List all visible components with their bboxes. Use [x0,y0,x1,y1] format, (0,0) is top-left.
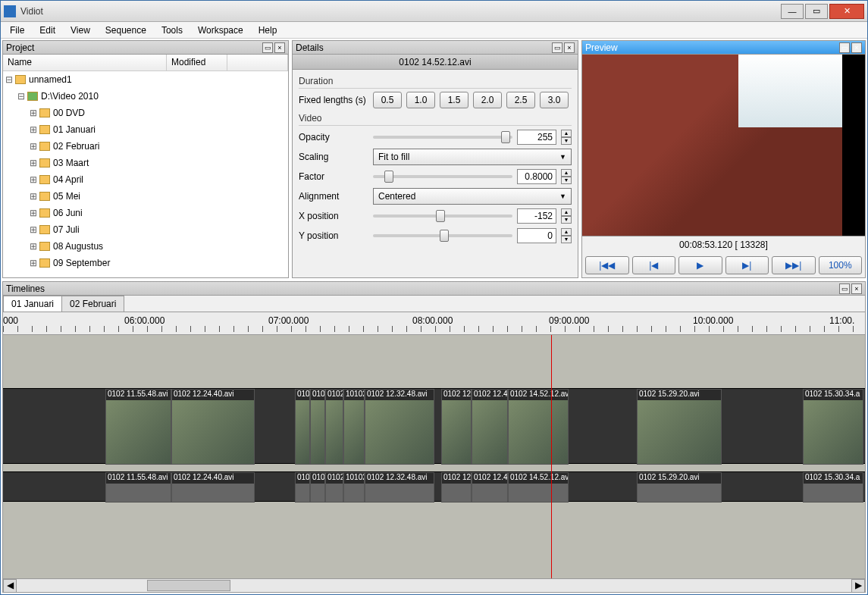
xpos-value[interactable]: -152 [517,208,556,224]
ypos-spinner[interactable]: ▲▼ [561,228,572,243]
tree-drive[interactable]: ⊟D:\Video 2010 [3,88,288,105]
goto-start-button[interactable]: |◀◀ [585,256,629,274]
project-tree[interactable]: ⊟unnamed1 ⊟D:\Video 2010 ⊞00 DVD⊞01 Janu… [3,71,288,277]
tree-item[interactable]: ⊞05 Mei [3,188,288,205]
clip[interactable]: 0102 12.24.40.avi [171,389,255,465]
col-name[interactable]: Name [3,55,167,70]
details-file: 0102 14.52.12.avi [293,55,578,70]
opacity-slider[interactable] [373,136,512,139]
clip[interactable]: 0102 [310,472,325,503]
xpos-slider[interactable] [373,215,512,218]
tree-item[interactable]: ⊞07 Juli [3,221,288,238]
project-title: Project [6,42,34,53]
scroll-left-button[interactable]: ◀ [3,579,17,593]
factor-spinner[interactable]: ▲▼ [561,169,572,184]
tree-root[interactable]: ⊟unnamed1 [3,71,288,88]
clip[interactable]: 0102 15.29.20.avi [637,472,722,503]
length-button[interactable]: 2.0 [473,92,502,108]
clip[interactable]: 0102 12.24.40.avi [171,472,255,503]
factor-slider[interactable] [373,175,512,178]
clip[interactable]: 0102 12. [441,472,472,503]
scroll-right-button[interactable]: ▶ [851,579,865,593]
project-close-button[interactable]: × [274,42,285,53]
clip[interactable]: 0102 11.55.48.avi [105,472,171,503]
tree-item[interactable]: ⊞09 September [3,255,288,271]
clip[interactable]: 0102 15.30.34.a [803,472,863,503]
timeline-body[interactable]: 0102 11.55.48.avi0102 12.24.40.avi010201… [3,335,865,578]
timelines-close-button[interactable]: × [851,283,862,294]
clip[interactable]: 10102 [343,472,365,503]
length-button[interactable]: 1.5 [440,92,468,108]
ypos-slider[interactable] [373,234,512,237]
menu-tools[interactable]: Tools [155,23,189,37]
audio-track[interactable]: 0102 11.55.48.avi0102 12.24.40.avi010201… [3,471,865,502]
length-button[interactable]: 0.5 [373,92,402,108]
timelines-detach-button[interactable]: ▭ [839,283,850,294]
tree-item[interactable]: ⊞01 Januari [3,121,288,138]
details-detach-button[interactable]: ▭ [552,42,562,53]
col-extra[interactable] [227,55,288,70]
clip[interactable]: 0102 12. [441,389,472,465]
tree-item[interactable]: ⊞04 April [3,171,288,188]
tree-item[interactable]: ⊞06 Juni [3,205,288,221]
step-back-button[interactable]: |◀ [632,256,676,274]
clip[interactable]: 0102 [325,389,343,465]
tab-feb[interactable]: 02 Februari [61,296,124,312]
clip[interactable]: 0102 11.55.48.avi [105,389,171,465]
xpos-spinner[interactable]: ▲▼ [561,208,572,224]
alignment-combo[interactable]: Centered▼ [373,188,572,205]
clip[interactable]: 0102 12.32.48.avi [365,472,434,503]
playhead[interactable] [551,335,552,578]
menu-help[interactable]: Help [252,23,284,37]
tree-item[interactable]: ⊞00 DVD [3,105,288,121]
zoom-level[interactable]: 100% [819,256,863,274]
length-button[interactable]: 2.5 [506,92,535,108]
clip[interactable]: 0102 15.30.34.a [803,389,863,465]
timeline-ruler[interactable]: 00006:00.00007:00.00008:00.00009:00.0001… [3,312,865,335]
tree-item[interactable]: ⊞02 Februari [3,138,288,155]
close-button[interactable]: ✕ [829,4,864,19]
play-button[interactable]: ▶ [678,256,722,274]
opacity-spinner[interactable]: ▲▼ [561,130,572,145]
scaling-combo[interactable]: Fit to fill▼ [373,149,572,165]
clip[interactable]: 0102 12.40 [472,472,508,503]
clip[interactable]: 0102 [295,472,310,503]
col-modified[interactable]: Modified [167,55,227,70]
clip[interactable]: 0102 15.29.20.avi [637,389,722,465]
length-button[interactable]: 1.0 [406,92,435,108]
menu-sequence[interactable]: Sequence [99,23,152,37]
preview-viewport[interactable] [582,55,865,236]
preview-timecode: 00:08:53.120 [ 13328] [582,236,865,253]
alignment-label: Alignment [299,191,368,202]
preview-detach-button[interactable]: ▭ [839,42,850,53]
step-fwd-button[interactable]: ▶| [725,256,769,274]
tree-item[interactable]: ⊞03 Maart [3,155,288,171]
clip[interactable]: 0102 [295,389,310,465]
clip[interactable]: 0102 [325,472,343,503]
scroll-thumb[interactable] [147,580,230,591]
clip[interactable]: 0102 14.52.12.avi [508,389,569,465]
preview-close-button[interactable]: × [851,42,862,53]
minimize-button[interactable]: — [781,4,804,19]
clip[interactable]: 0102 12.32.48.avi [365,389,434,465]
details-close-button[interactable]: × [564,42,575,53]
tree-item[interactable]: ⊞08 Augustus [3,238,288,255]
menu-file[interactable]: File [4,23,30,37]
menu-workspace[interactable]: Workspace [192,23,249,37]
clip[interactable]: 0102 12.40 [472,389,508,465]
clip[interactable]: 10102 [343,389,365,465]
menu-view[interactable]: View [64,23,96,37]
video-track[interactable]: 0102 11.55.48.avi0102 12.24.40.avi010201… [3,388,865,464]
clip[interactable]: 0102 [310,389,325,465]
goto-end-button[interactable]: ▶▶| [772,256,816,274]
factor-value[interactable]: 0.8000 [517,169,556,184]
project-detach-button[interactable]: ▭ [262,42,273,53]
timeline-hscroll[interactable]: ◀ ▶ [3,578,865,592]
length-button[interactable]: 3.0 [540,92,569,108]
menu-edit[interactable]: Edit [33,23,61,37]
opacity-value[interactable]: 255 [517,130,556,145]
clip[interactable]: 0102 14.52.12.avi [508,472,569,503]
tab-jan[interactable]: 01 Januari [3,296,62,312]
maximize-button[interactable]: ▭ [805,4,828,19]
ypos-value[interactable]: 0 [517,228,556,243]
